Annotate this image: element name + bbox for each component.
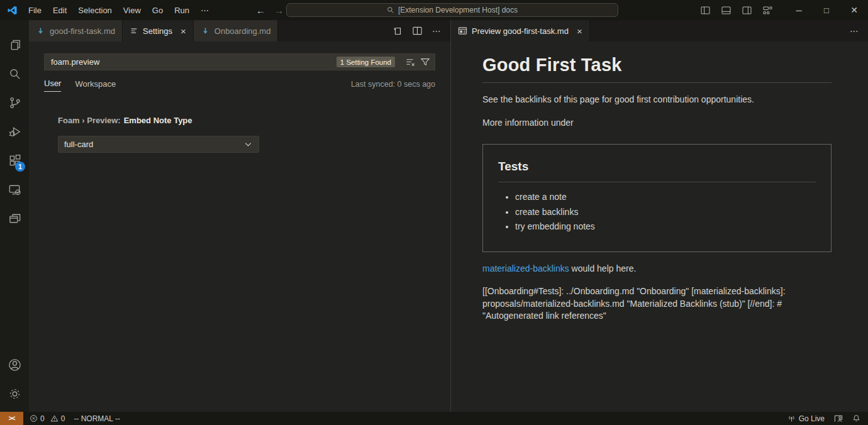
error-count: 0: [40, 414, 45, 423]
run-debug-icon[interactable]: [0, 117, 29, 146]
right-tab-bar: Preview good-first-task.md × ⋯: [451, 20, 868, 41]
right-editor-actions: ⋯: [850, 20, 868, 41]
maximize-button[interactable]: □: [813, 0, 840, 20]
toggle-sidebar-icon[interactable]: [701, 6, 710, 14]
search-icon: [387, 6, 394, 14]
menu-view[interactable]: View: [118, 3, 147, 18]
setting-category: Foam › Preview:: [58, 116, 121, 125]
editor-windows-icon[interactable]: [0, 204, 29, 233]
window-controls: ─ □ ✕: [701, 0, 868, 20]
extensions-icon[interactable]: 1: [0, 146, 29, 175]
titlebar: File Edit Selection View Go Run ⋯ ← → [E…: [0, 0, 868, 20]
warning-icon: [50, 414, 58, 422]
scope-tab-user[interactable]: User: [44, 79, 61, 92]
command-center-search[interactable]: [Extension Development Host] docs: [286, 3, 618, 17]
explorer-icon[interactable]: [0, 30, 29, 59]
split-editor-icon[interactable]: [413, 26, 422, 35]
go-live-label: Go Live: [799, 414, 825, 423]
settings-gear-icon[interactable]: [0, 379, 29, 408]
chevron-down-icon: [243, 140, 253, 149]
backlink-tail: would help here.: [569, 263, 637, 273]
vscode-logo-icon[interactable]: [7, 5, 18, 16]
tab-label: good-first-task.md: [50, 26, 115, 36]
editor-more-actions-icon[interactable]: ⋯: [850, 26, 859, 36]
filter-icon[interactable]: [420, 57, 430, 67]
settings-search-value: foam.preview: [51, 57, 337, 67]
toggle-secondary-sidebar-icon[interactable]: [742, 6, 752, 14]
settings-search-input[interactable]: foam.preview 1 Setting Found: [44, 53, 435, 70]
warning-count: 0: [61, 414, 65, 423]
source-control-icon[interactable]: [0, 88, 29, 117]
search-sidebar-icon[interactable]: [0, 59, 29, 88]
setting-title: Foam › Preview:Embed Note Type: [58, 116, 450, 125]
embedded-note-title: Tests: [498, 160, 816, 182]
problems-indicator[interactable]: 0 0: [30, 414, 65, 423]
command-center-label: [Extension Development Host] docs: [398, 6, 518, 14]
markdown-preview-pane: Good First Task See the backlinks of thi…: [451, 41, 868, 323]
menu-file[interactable]: File: [23, 3, 47, 18]
live-share-icon[interactable]: [834, 414, 843, 422]
extensions-badge: 1: [15, 162, 25, 172]
tab-label: Onboarding.md: [214, 26, 271, 36]
menu-run[interactable]: Run: [169, 3, 195, 18]
settings-list-icon: [130, 26, 138, 35]
preview-paragraph: See the backlinks of this page for good …: [482, 94, 832, 106]
preview-title: Good First Task: [482, 55, 832, 83]
forward-arrow-icon[interactable]: →: [274, 5, 284, 16]
history-nav: ← →: [256, 5, 284, 16]
vim-mode-indicator[interactable]: -- NORMAL --: [74, 414, 120, 423]
left-editor-group: good-first-task.md Settings × Onboarding…: [29, 20, 450, 412]
setting-name: Embed Note Type: [124, 116, 192, 125]
tab-settings[interactable]: Settings ×: [123, 20, 194, 41]
minimize-button[interactable]: ─: [785, 0, 813, 20]
markdown-file-icon: [36, 26, 45, 36]
backlink-line: materialized-backlinks would help here.: [482, 263, 832, 275]
go-live-button[interactable]: Go Live: [787, 414, 825, 423]
window-close-button[interactable]: ✕: [840, 0, 868, 20]
back-arrow-icon[interactable]: ←: [256, 5, 265, 16]
markdown-preview-icon: [458, 26, 467, 35]
menu-bar: File Edit Selection View Go Run ⋯: [23, 3, 214, 18]
embedded-note-card: Tests create a note create backlinks try…: [482, 144, 832, 252]
menu-edit[interactable]: Edit: [47, 3, 72, 18]
open-settings-json-icon[interactable]: [392, 26, 403, 36]
remote-explorer-icon[interactable]: [0, 175, 29, 204]
customize-layout-icon[interactable]: [763, 6, 772, 14]
menu-go[interactable]: Go: [147, 3, 169, 18]
scope-tab-workspace[interactable]: Workspace: [75, 79, 116, 92]
left-editor-actions: ⋯: [392, 20, 450, 41]
broadcast-icon: [787, 414, 796, 422]
activity-bar-bottom: [0, 350, 29, 412]
menu-overflow-icon[interactable]: ⋯: [195, 3, 214, 18]
tab-onboarding[interactable]: Onboarding.md: [194, 20, 279, 41]
card-list-item: try embedding notes: [515, 221, 816, 231]
settings-scope-tabs: User Workspace Last synced: 0 secs ago: [44, 79, 435, 92]
activity-bar: 1: [0, 20, 29, 412]
card-list-item: create a note: [515, 192, 816, 202]
left-tab-bar: good-first-task.md Settings × Onboarding…: [29, 20, 450, 41]
toggle-panel-icon[interactable]: [721, 6, 731, 14]
last-synced-label: Last synced: 0 secs ago: [351, 80, 435, 92]
link-references-text: [[Onboarding#Tests]: ../Onboarding.md "O…: [482, 285, 832, 323]
menu-selection[interactable]: Selection: [72, 3, 117, 18]
remote-indicator[interactable]: ><: [0, 412, 23, 425]
embed-note-type-select[interactable]: full-card: [58, 136, 259, 153]
error-icon: [30, 414, 38, 422]
status-bar-right: Go Live: [787, 414, 868, 423]
editor-more-actions-icon[interactable]: ⋯: [432, 26, 442, 36]
settings-results-badge: 1 Setting Found: [337, 57, 395, 67]
settings-editor: foam.preview 1 Setting Found User Worksp…: [29, 53, 450, 153]
tab-close-icon[interactable]: ×: [181, 26, 186, 36]
bell-icon[interactable]: [852, 414, 860, 422]
tab-label: Settings: [143, 26, 172, 36]
materialized-backlinks-link[interactable]: materialized-backlinks: [482, 263, 569, 273]
tab-preview[interactable]: Preview good-first-task.md ×: [451, 20, 590, 41]
tab-label: Preview good-first-task.md: [472, 26, 569, 36]
tab-good-first-task[interactable]: good-first-task.md: [29, 20, 123, 41]
clear-filters-icon[interactable]: [405, 57, 416, 67]
accounts-icon[interactable]: [0, 350, 29, 379]
preview-paragraph: More information under: [482, 117, 832, 130]
card-list-item: create backlinks: [515, 207, 816, 217]
tab-close-icon[interactable]: ×: [577, 26, 582, 36]
markdown-file-icon: [201, 26, 210, 36]
